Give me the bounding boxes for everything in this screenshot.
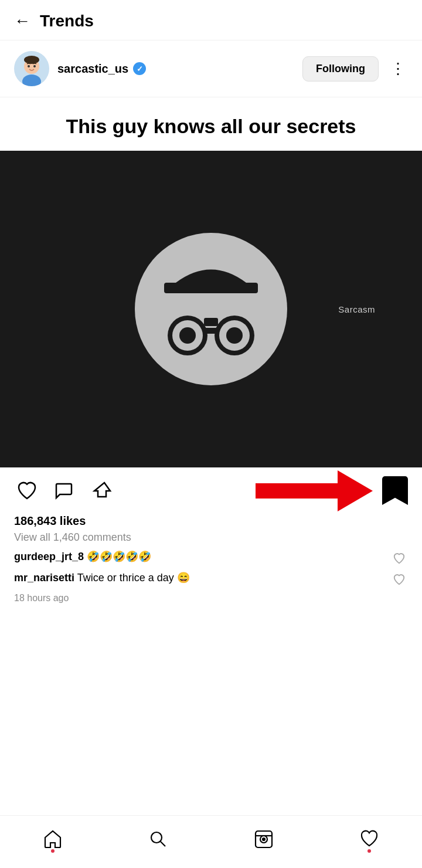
comment-text: gurdeep_jrt_8 🤣🤣🤣🤣🤣 [14, 550, 390, 564]
comment-like-button-1[interactable] [390, 571, 408, 588]
svg-point-5 [33, 65, 36, 67]
page-title: Trends [40, 12, 94, 30]
svg-rect-8 [204, 318, 218, 326]
activity-active-dot [367, 849, 371, 853]
share-button[interactable] [89, 478, 115, 504]
username[interactable]: sarcastic_us [57, 62, 128, 76]
like-button[interactable] [14, 478, 40, 504]
nav-reels[interactable] [242, 825, 285, 854]
post-title: This guy knows all our secrets [0, 97, 422, 151]
svg-point-11 [179, 327, 196, 344]
nav-activity[interactable] [348, 825, 391, 854]
nav-home[interactable] [31, 825, 74, 854]
comment-username[interactable]: gurdeep_jrt_8 [14, 551, 84, 562]
profile-info: sarcastic_us [57, 62, 302, 76]
incognito-icon [129, 227, 293, 391]
svg-point-14 [226, 327, 243, 344]
svg-rect-15 [203, 328, 219, 334]
post-image: Sarcasm [0, 151, 422, 467]
svg-point-18 [151, 832, 162, 843]
header: ← Trends [0, 0, 422, 40]
view-comments[interactable]: View all 1,460 comments [14, 531, 408, 544]
back-button[interactable]: ← [14, 12, 30, 30]
timestamp: 18 hours ago [14, 593, 408, 603]
red-arrow-annotation [256, 470, 373, 511]
following-button[interactable]: Following [302, 56, 379, 82]
svg-point-3 [24, 56, 39, 64]
comment-text: mr_narisetti Twice or thrice a day 😄 [14, 571, 390, 585]
avatar[interactable] [14, 51, 49, 86]
home-active-dot [51, 849, 55, 853]
comment-body: 🤣🤣🤣🤣🤣 [87, 551, 151, 562]
comment-row: gurdeep_jrt_8 🤣🤣🤣🤣🤣 [14, 550, 408, 567]
svg-point-6 [135, 233, 287, 385]
more-options-button[interactable]: ⋮ [388, 60, 408, 78]
likes-count: 186,843 likes [14, 514, 408, 528]
svg-rect-16 [256, 483, 338, 499]
comment-body-2: Twice or thrice a day 😄 [77, 572, 190, 584]
actions-row [0, 467, 422, 514]
comment-username-2[interactable]: mr_narisetti [14, 572, 74, 584]
profile-row: sarcastic_us Following ⋮ [0, 40, 422, 97]
post-info: 186,843 likes View all 1,460 comments gu… [0, 514, 422, 621]
comment-row: mr_narisetti Twice or thrice a day 😄 [14, 571, 408, 588]
nav-search[interactable] [137, 825, 180, 854]
image-watermark: Sarcasm [338, 304, 375, 314]
verified-badge [133, 62, 146, 75]
svg-rect-7 [164, 283, 258, 293]
bookmark-button[interactable] [382, 478, 408, 504]
svg-point-4 [28, 65, 30, 67]
svg-marker-17 [338, 470, 373, 511]
actions-wrapper [0, 467, 422, 514]
bottom-nav [0, 815, 422, 868]
comment-like-button-0[interactable] [390, 550, 408, 567]
svg-point-21 [263, 838, 265, 840]
comment-button[interactable] [52, 478, 77, 504]
